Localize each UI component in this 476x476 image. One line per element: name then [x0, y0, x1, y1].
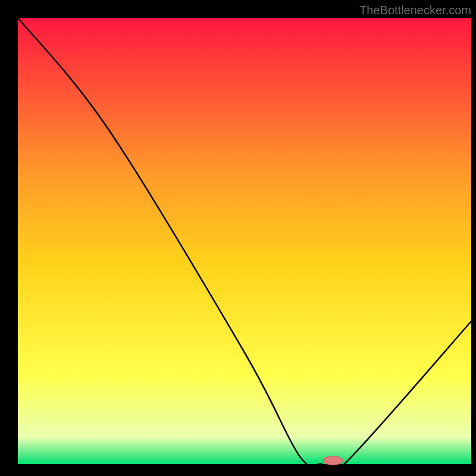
watermark-text: TheBottlenecker.com: [359, 4, 471, 17]
chart-container: TheBottlenecker.com: [0, 0, 476, 476]
plot-background: [18, 18, 471, 464]
optimal-point-marker: [323, 456, 343, 465]
bottleneck-chart: TheBottlenecker.com: [0, 0, 476, 476]
